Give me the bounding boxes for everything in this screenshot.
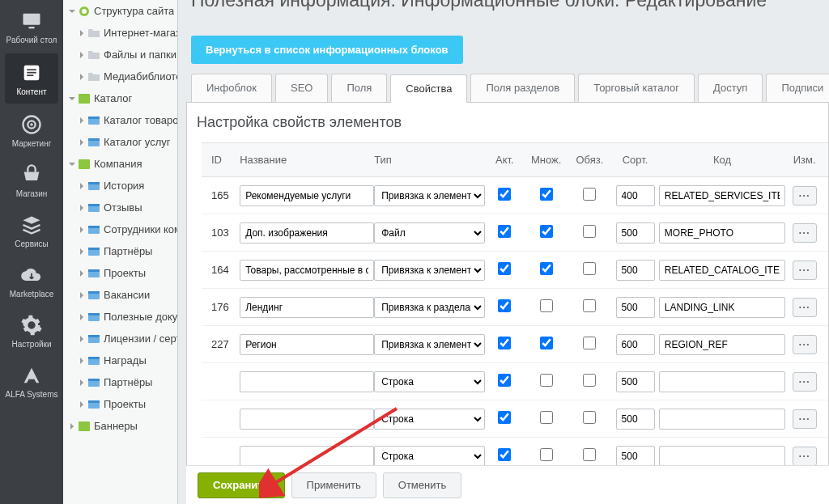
act-checkbox[interactable]: [498, 337, 511, 349]
tree-banners[interactable]: Баннеры: [63, 415, 177, 437]
act-checkbox[interactable]: [498, 262, 511, 275]
req-checkbox[interactable]: [583, 262, 596, 275]
rail-item-services[interactable]: Сервисы: [0, 205, 63, 256]
tree-company[interactable]: Компания: [63, 153, 177, 175]
act-checkbox[interactable]: [498, 411, 511, 424]
sort-input[interactable]: [616, 446, 655, 467]
tab[interactable]: Доступ: [698, 74, 763, 102]
type-select[interactable]: СтрокаФайлПривязка к элементамПривязка к…: [374, 446, 485, 467]
type-select[interactable]: СтрокаФайлПривязка к элементамПривязка к…: [374, 260, 485, 281]
tab[interactable]: SEO: [275, 74, 328, 102]
sort-input[interactable]: [616, 185, 655, 206]
name-input[interactable]: [240, 222, 374, 244]
edit-button[interactable]: ···: [793, 447, 817, 466]
tree-awards[interactable]: Награды: [63, 349, 177, 371]
code-input[interactable]: [659, 334, 785, 355]
mul-checkbox[interactable]: [540, 448, 553, 461]
tab[interactable]: Свойства: [390, 74, 467, 103]
name-input[interactable]: [240, 260, 374, 281]
mul-checkbox[interactable]: [540, 374, 553, 387]
act-checkbox[interactable]: [498, 225, 511, 238]
rail-item-content[interactable]: Контент: [5, 53, 58, 104]
rail-item-shop[interactable]: Магазин: [0, 155, 63, 205]
type-select[interactable]: СтрокаФайлПривязка к элементамПривязка к…: [374, 334, 485, 355]
code-input[interactable]: [659, 371, 785, 392]
mul-checkbox[interactable]: [540, 262, 553, 275]
mul-checkbox[interactable]: [540, 225, 553, 238]
edit-button[interactable]: ···: [793, 186, 817, 205]
tree-site-structure[interactable]: Структура сайта: [63, 0, 177, 22]
tree-projects-2[interactable]: Проекты: [63, 393, 177, 415]
edit-button[interactable]: ···: [793, 409, 817, 429]
act-checkbox[interactable]: [498, 374, 511, 387]
edit-button[interactable]: ···: [793, 298, 817, 317]
code-input[interactable]: [659, 260, 785, 281]
sort-input[interactable]: [616, 334, 655, 355]
cancel-button[interactable]: Отменить: [383, 472, 461, 498]
tab[interactable]: Поля: [331, 74, 387, 102]
tree-useful-docs[interactable]: Полезные документы: [63, 306, 177, 328]
sort-input[interactable]: [616, 260, 655, 281]
tree-media-library[interactable]: Медиабиблиотека: [63, 66, 177, 87]
tab[interactable]: Торговый каталог: [578, 74, 695, 102]
name-input[interactable]: [240, 297, 374, 318]
rail-item-desktop[interactable]: Рабочий стол: [0, 2, 63, 52]
type-select[interactable]: СтрокаФайлПривязка к элементамПривязка к…: [374, 222, 485, 244]
name-input[interactable]: [240, 371, 374, 392]
sort-input[interactable]: [616, 222, 655, 244]
sort-input[interactable]: [616, 409, 655, 430]
act-checkbox[interactable]: [498, 299, 511, 312]
req-checkbox[interactable]: [583, 374, 596, 387]
tab[interactable]: Подписи: [766, 74, 829, 102]
name-input[interactable]: [240, 185, 374, 206]
tree-reviews[interactable]: Отзывы: [63, 197, 177, 218]
tree-partners-2[interactable]: Партнёры: [63, 371, 177, 393]
save-button[interactable]: Сохранить: [198, 472, 285, 498]
edit-button[interactable]: ···: [793, 335, 817, 354]
mul-checkbox[interactable]: [540, 299, 553, 312]
req-checkbox[interactable]: [583, 411, 596, 424]
tree-partners-1[interactable]: Партнёры: [63, 240, 177, 262]
tree-internet-shop[interactable]: Интернет-магазин: [63, 22, 177, 44]
tree-vacancies[interactable]: Вакансии: [63, 284, 177, 306]
type-select[interactable]: СтрокаФайлПривязка к элементамПривязка к…: [374, 297, 485, 318]
type-select[interactable]: СтрокаФайлПривязка к элементамПривязка к…: [374, 185, 485, 206]
rail-item-settings[interactable]: Настройки: [0, 306, 63, 356]
tree-files-folders[interactable]: Файлы и папки: [63, 44, 177, 66]
apply-button[interactable]: Применить: [291, 472, 376, 498]
tree-catalog-goods[interactable]: Каталог товаров: [63, 109, 177, 131]
tree-staff[interactable]: Сотрудники компании: [63, 218, 177, 240]
type-select[interactable]: СтрокаФайлПривязка к элементамПривязка к…: [374, 409, 485, 430]
code-input[interactable]: [659, 222, 785, 244]
tree-catalog[interactable]: Каталог: [63, 87, 177, 109]
rail-item-alfa[interactable]: ALFA Systems: [0, 356, 63, 406]
code-input[interactable]: [659, 409, 785, 430]
mul-checkbox[interactable]: [540, 188, 553, 201]
edit-button[interactable]: ···: [793, 223, 817, 243]
name-input[interactable]: [240, 409, 374, 430]
req-checkbox[interactable]: [583, 337, 596, 349]
req-checkbox[interactable]: [583, 299, 596, 312]
back-button[interactable]: Вернуться в список информационных блоков: [191, 36, 463, 64]
tree-catalog-services[interactable]: Каталог услуг: [63, 131, 177, 153]
edit-button[interactable]: ···: [793, 372, 817, 392]
type-select[interactable]: СтрокаФайлПривязка к элементамПривязка к…: [374, 371, 485, 392]
rail-item-marketing[interactable]: Маркетинг: [0, 105, 63, 155]
sort-input[interactable]: [616, 297, 655, 318]
mul-checkbox[interactable]: [540, 337, 553, 349]
tab[interactable]: Инфоблок: [191, 74, 272, 102]
req-checkbox[interactable]: [583, 188, 596, 201]
rail-item-marketplace[interactable]: Marketplace: [0, 256, 63, 306]
act-checkbox[interactable]: [498, 188, 511, 201]
sort-input[interactable]: [616, 371, 655, 392]
code-input[interactable]: [659, 185, 785, 206]
name-input[interactable]: [240, 446, 374, 467]
mul-checkbox[interactable]: [540, 411, 553, 424]
tree-projects-1[interactable]: Проекты: [63, 262, 177, 284]
act-checkbox[interactable]: [498, 448, 511, 461]
tab[interactable]: Поля разделов: [470, 74, 575, 102]
tree-licenses[interactable]: Лицензии / сертификаты: [63, 328, 177, 349]
name-input[interactable]: [240, 334, 374, 355]
edit-button[interactable]: ···: [793, 260, 817, 280]
tree-history[interactable]: История: [63, 175, 177, 197]
